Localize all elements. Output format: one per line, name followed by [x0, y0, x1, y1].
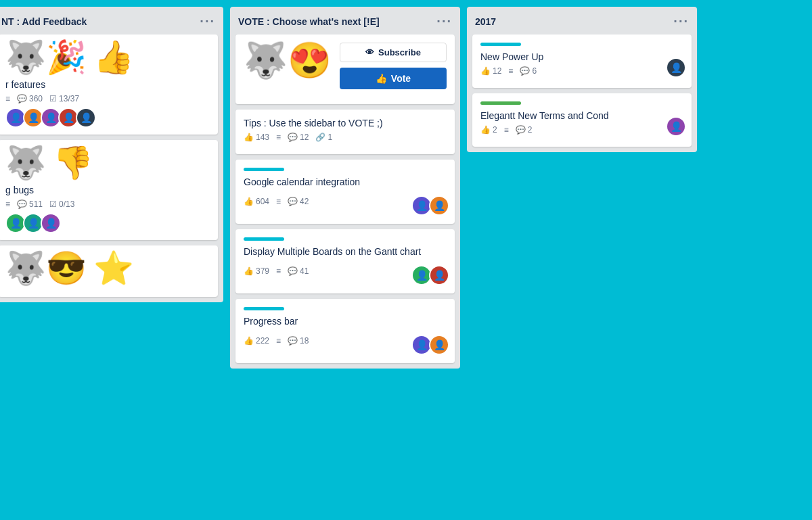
- avatars-progress: 👤 👤: [411, 335, 447, 355]
- card-meta-progress: 👍 222 ≡ 💬 18: [244, 336, 309, 346]
- emoji-wolf-party: 🐺🎉: [5, 41, 87, 74]
- comment-icon-power-up: 💬: [520, 66, 530, 76]
- meta-menu-power-up: ≡: [508, 66, 513, 76]
- avatars-power-up: 👤: [666, 57, 683, 78]
- column-header-add-feedback: NT : Add Feedback ···: [0, 7, 223, 34]
- avatar-2-gantt: 👤: [429, 265, 449, 285]
- meta-comments-tips: 💬 12: [288, 133, 309, 142]
- emoji-wolf-sunglasses: 🐺😎: [5, 252, 87, 285]
- card-star[interactable]: 🐺😎 ⭐: [0, 245, 218, 297]
- card-bottom-power-up: New Power Up 👍 12 ≡ 💬 6 👤: [480, 51, 683, 80]
- comment-icon-features: 💬: [17, 94, 27, 103]
- card-bugs[interactable]: 🐺 👎 g bugs ≡ 💬 511 ☑ 0/13 👤 👤 👤: [0, 140, 218, 240]
- emoji-thumbsup: 👍: [93, 41, 134, 74]
- check-icon-bugs: ☑: [49, 199, 57, 209]
- card-title-bugs: g bugs: [5, 185, 211, 195]
- vote-mascot-emoji: 🐺😍: [244, 43, 332, 89]
- card-title-progress-bar: Progress bar: [244, 316, 447, 327]
- meta-attachment-tips: 🔗 1: [315, 133, 332, 142]
- emoji-thumbsdown: 👎: [53, 147, 93, 179]
- card-gantt[interactable]: Display Multiple Boards on the Gantt cha…: [235, 229, 455, 293]
- comment-icon-progress: 💬: [288, 336, 298, 346]
- meta-comments-terms: 💬 2: [516, 125, 533, 135]
- avatars-google-cal: 👤 👤: [411, 195, 447, 216]
- meta-menu-progress: ≡: [276, 336, 281, 346]
- avatars-features: 👤 👤 👤 👤 👤: [5, 108, 211, 128]
- avatar-2-progress: 👤: [429, 335, 449, 355]
- card-title-power-up: New Power Up: [480, 51, 543, 62]
- column-header-vote: VOTE : Choose what's next [!E] ···: [230, 7, 460, 34]
- meta-comments-google-cal: 💬 42: [288, 197, 309, 206]
- card-power-up[interactable]: New Power Up 👍 12 ≡ 💬 6 👤: [472, 34, 692, 88]
- card-tips[interactable]: Tips : Use the sidebar to VOTE ;) 👍 143 …: [235, 110, 455, 154]
- card-title-terms: Elegantt New Terms and Cond: [480, 110, 609, 121]
- card-left-power-up: New Power Up 👍 12 ≡ 💬 6: [480, 51, 543, 80]
- column-title-vote: VOTE : Choose what's next [!E]: [238, 16, 380, 27]
- card-bottom-terms: Elegantt New Terms and Cond 👍 2 ≡ 💬 2: [480, 110, 683, 139]
- card-bottom-google-cal: 👍 604 ≡ 💬 42 👤 👤: [244, 191, 447, 216]
- vote-button[interactable]: 👍 Vote: [340, 68, 447, 89]
- meta-likes-power-up: 👍 12: [480, 66, 501, 76]
- attachment-icon-tips: 🔗: [315, 133, 325, 142]
- card-meta-features: ≡ 💬 360 ☑ 13/37: [5, 94, 211, 103]
- card-terms[interactable]: Elegantt New Terms and Cond 👍 2 ≡ 💬 2: [472, 93, 692, 147]
- board: NT : Add Feedback ··· 🐺🎉 👍 r features ≡ …: [0, 0, 812, 520]
- card-bottom-progress: 👍 222 ≡ 💬 18 👤 👤: [244, 331, 447, 355]
- meta-menu-gantt: ≡: [276, 266, 281, 276]
- meta-likes-google-cal: 👍 604: [244, 197, 269, 206]
- column-menu-2017[interactable]: ···: [673, 14, 689, 29]
- comment-icon-gantt: 💬: [288, 266, 298, 276]
- vote-featured-card[interactable]: 🐺😍 👁 Subscribe 👍 Vote: [235, 34, 455, 104]
- card-emoji-row-bugs: 🐺 👎: [5, 147, 211, 179]
- subscribe-label: Subscribe: [378, 47, 421, 57]
- avatar-1-power-up: 👤: [666, 57, 686, 78]
- card-title-google-cal: Google calendar integration: [244, 176, 447, 187]
- column-add-feedback: NT : Add Feedback ··· 🐺🎉 👍 r features ≡ …: [0, 7, 223, 302]
- card-meta-google-cal: 👍 604 ≡ 💬 42: [244, 197, 309, 206]
- eye-icon: 👁: [365, 47, 374, 57]
- like-icon-terms: 👍: [480, 125, 491, 135]
- card-features[interactable]: 🐺🎉 👍 r features ≡ 💬 360 ☑ 13/37 👤 👤 👤: [0, 34, 218, 135]
- emoji-star: ⭐: [93, 252, 134, 285]
- progress-bar-terms: [480, 101, 521, 105]
- like-icon-tips: 👍: [244, 133, 254, 142]
- meta-comments-gantt: 💬 41: [288, 266, 309, 276]
- progress-bar-google-cal: [244, 168, 284, 171]
- avatar-2-google-cal: 👤: [429, 195, 449, 216]
- avatars-bugs: 👤 👤 👤: [5, 213, 211, 233]
- meta-menu-google-cal: ≡: [276, 197, 281, 206]
- column-vote: VOTE : Choose what's next [!E] ··· 🐺😍 👁 …: [230, 7, 460, 369]
- meta-comments-features: 💬 360: [17, 94, 43, 103]
- check-icon-features: ☑: [49, 94, 57, 103]
- meta-checklist-bugs: ☑ 0/13: [49, 199, 74, 209]
- comment-icon-bugs: 💬: [17, 199, 27, 209]
- subscribe-button[interactable]: 👁 Subscribe: [340, 43, 447, 62]
- progress-bar-progress: [244, 307, 284, 310]
- card-left-terms: Elegantt New Terms and Cond 👍 2 ≡ 💬 2: [480, 110, 609, 139]
- card-progress-bar[interactable]: Progress bar 👍 222 ≡ 💬 18 👤 👤: [235, 299, 455, 363]
- comment-icon-tips: 💬: [288, 133, 298, 142]
- avatars-gantt: 👤 👤: [411, 265, 447, 285]
- avatar-3-bugs: 👤: [41, 213, 61, 233]
- like-icon-progress: 👍: [244, 336, 254, 346]
- like-icon-gantt: 👍: [244, 266, 254, 276]
- comment-icon-google-cal: 💬: [288, 197, 298, 206]
- vote-action-buttons: 👁 Subscribe 👍 Vote: [340, 43, 447, 89]
- column-menu-add-feedback[interactable]: ···: [200, 14, 215, 29]
- meta-likes-progress: 👍 222: [244, 336, 269, 346]
- card-google-cal[interactable]: Google calendar integration 👍 604 ≡ 💬 42…: [235, 160, 455, 224]
- card-meta-power-up: 👍 12 ≡ 💬 6: [480, 66, 543, 76]
- column-menu-vote[interactable]: ···: [436, 14, 452, 29]
- column-title-add-feedback: NT : Add Feedback: [1, 16, 87, 27]
- card-meta-bugs: ≡ 💬 511 ☑ 0/13: [5, 199, 211, 209]
- meta-likes-tips: 👍 143: [244, 133, 269, 142]
- card-meta-tips: 👍 143 ≡ 💬 12 🔗 1: [244, 133, 447, 142]
- emoji-wolf-bugs: 🐺: [5, 147, 46, 179]
- comment-icon-terms: 💬: [516, 125, 526, 135]
- column-2017: 2017 ··· New Power Up 👍 12 ≡ 💬: [467, 7, 697, 152]
- card-emoji-row-star: 🐺😎 ⭐: [5, 252, 211, 285]
- meta-menu-tips: ≡: [276, 133, 281, 142]
- card-title-tips: Tips : Use the sidebar to VOTE ;): [244, 118, 447, 128]
- vote-card-top: 🐺😍 👁 Subscribe 👍 Vote: [244, 43, 447, 89]
- thumbsup-vote-icon: 👍: [376, 73, 387, 84]
